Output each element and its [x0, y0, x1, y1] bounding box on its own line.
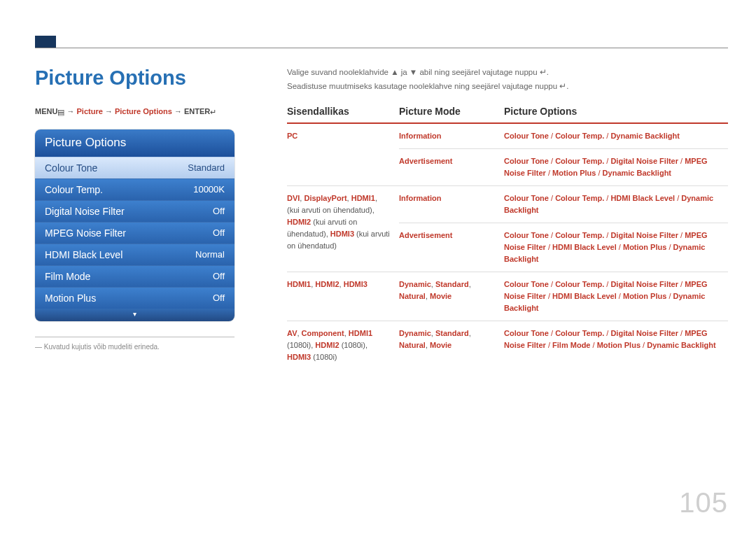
osd-row-hdmi-black-level[interactable]: HDMI Black LevelNormal: [35, 244, 234, 265]
instruction-2: Seadistuse muutmiseks kasutage nooleklah…: [287, 80, 728, 92]
osd-row-value: Off: [213, 293, 225, 303]
cell-mode: Dynamic, Standard, Natural, Movie: [399, 272, 504, 321]
osd-row-label: Motion Plus: [45, 293, 96, 304]
cell-options: Colour Tone / Colour Temp. / Digital Noi…: [504, 148, 728, 185]
enter-icon: ↵: [210, 108, 216, 117]
osd-row-film-mode[interactable]: Film ModeOff: [35, 265, 234, 287]
page-title: Picture Options: [35, 66, 266, 90]
cell-options: Colour Tone / Colour Temp. / Dynamic Bac…: [504, 123, 728, 149]
cell-source: AV, Component, HDMI1 (1080i), HDMI2 (108…: [287, 321, 399, 370]
osd-row-value: Off: [213, 227, 225, 238]
bc-sep2: →: [105, 107, 115, 115]
osd-row-mpeg-noise-filter[interactable]: MPEG Noise FilterOff: [35, 222, 234, 244]
bc-menu: MENU: [35, 107, 57, 115]
left-divider: [35, 337, 234, 337]
cell-mode: Dynamic, Standard, Natural, Movie: [399, 321, 504, 370]
th-mode: Picture Mode: [399, 106, 504, 123]
chevron-down-icon: ▾: [133, 310, 136, 318]
osd-row-motion-plus[interactable]: Motion PlusOff: [35, 287, 234, 309]
osd-row-value: Normal: [195, 249, 225, 260]
osd-row-value: Standard: [188, 162, 225, 173]
osd-row-digital-noise-filter[interactable]: Digital Noise FilterOff: [35, 200, 234, 222]
breadcrumb: MENU▤ → Picture → Picture Options → ENTE…: [35, 107, 266, 117]
th-source: Sisendallikas: [287, 106, 399, 123]
enter-glyph-icon: ↵: [540, 66, 547, 78]
enter-glyph-icon-2: ↵: [559, 80, 566, 92]
bc-sep1: →: [66, 107, 76, 115]
osd-title: Picture Options: [35, 129, 234, 157]
bc-enter: ENTER: [184, 107, 210, 115]
bc-picture: Picture: [77, 107, 103, 115]
cell-options: Colour Tone / Colour Temp. / Digital Noi…: [504, 272, 728, 321]
up-arrow-icon: ▲: [391, 66, 398, 78]
header-rule: [35, 48, 728, 48]
osd-scroll-down[interactable]: ▾: [35, 309, 234, 321]
th-options: Picture Options: [504, 106, 728, 123]
instr1a: Valige suvand nooleklahvide: [287, 68, 391, 76]
cell-mode: Information: [399, 123, 504, 149]
instruction-1: Valige suvand nooleklahvide ▲ ja ▼ abil …: [287, 66, 728, 78]
instr1d: .: [547, 68, 549, 76]
osd-row-value: 10000K: [193, 184, 225, 195]
osd-row-label: HDMI Black Level: [45, 249, 122, 260]
cell-options: Colour Tone / Colour Temp. / Digital Noi…: [504, 321, 728, 370]
down-arrow-icon: ▼: [410, 66, 417, 78]
cell-options: Colour Tone / Colour Temp. / Digital Noi…: [504, 223, 728, 272]
osd-panel: Picture Options Colour ToneStandardColou…: [35, 129, 234, 321]
osd-row-label: Film Mode: [45, 271, 90, 282]
bc-sep3: →: [174, 107, 184, 115]
footnote: Kuvatud kujutis võib mudeliti erineda.: [35, 343, 266, 351]
osd-row-colour-temp-[interactable]: Colour Temp.10000K: [35, 178, 234, 200]
cell-source: HDMI1, HDMI2, HDMI3: [287, 272, 399, 321]
cell-source: PC: [287, 123, 399, 186]
osd-row-value: Off: [213, 206, 225, 216]
options-table: Sisendallikas Picture Mode Picture Optio…: [287, 106, 728, 370]
instr1c: abil ning seejärel vajutage nuppu: [417, 68, 540, 76]
menu-icon: ▤: [57, 108, 64, 117]
osd-row-label: Colour Tone: [45, 162, 97, 174]
cell-options: Colour Tone / Colour Temp. / HDMI Black …: [504, 185, 728, 223]
header-accent: [35, 36, 56, 48]
cell-mode: Advertisement: [399, 148, 504, 185]
osd-row-label: MPEG Noise Filter: [45, 227, 126, 239]
page-number: 105: [679, 487, 728, 519]
osd-row-value: Off: [213, 271, 225, 281]
instr2a: Seadistuse muutmiseks kasutage nooleklah…: [287, 82, 559, 90]
osd-row-label: Digital Noise Filter: [45, 206, 125, 217]
instr1b: ja: [399, 68, 410, 76]
cell-mode: Information: [399, 185, 504, 223]
instr2b: .: [566, 82, 568, 90]
bc-picture-options: Picture Options: [115, 107, 172, 115]
cell-mode: Advertisement: [399, 223, 504, 272]
osd-row-colour-tone[interactable]: Colour ToneStandard: [35, 157, 234, 178]
cell-source: DVI, DisplayPort, HDMI1, (kui arvuti on …: [287, 185, 399, 272]
osd-row-label: Colour Temp.: [45, 184, 103, 195]
